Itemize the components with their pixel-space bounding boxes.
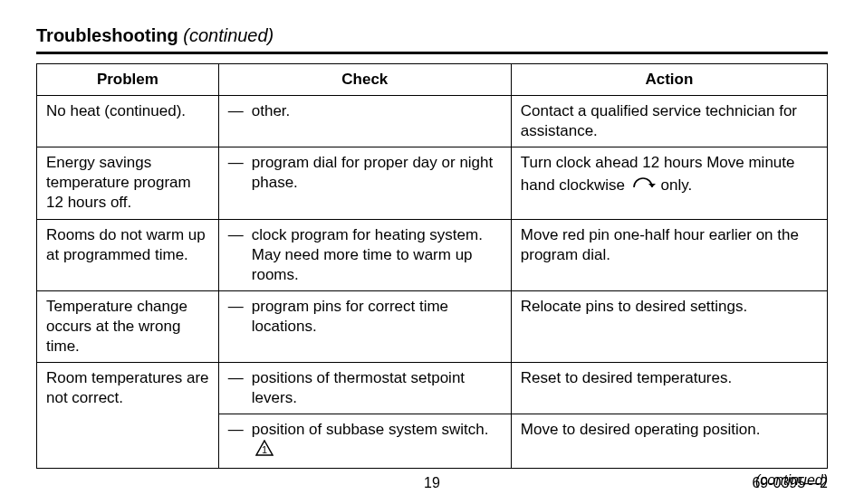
cell-problem: Energy savings temperature program 12 ho…	[37, 147, 219, 219]
dash-icon: —	[228, 153, 252, 193]
footnote-marker-icon: 1	[255, 440, 274, 461]
cell-check: — clock program for heating system. May …	[218, 219, 511, 290]
check-text: clock program for heating system. May ne…	[252, 225, 502, 285]
col-action: Action	[511, 64, 827, 96]
cell-action: Relocate pins to desired settings.	[511, 290, 827, 362]
check-text: program pins for correct time locations.	[252, 297, 502, 337]
dash-icon: —	[228, 368, 252, 408]
table-row: Temperature change occurs at the wrong t…	[37, 290, 828, 362]
svg-marker-0	[648, 184, 656, 187]
check-text: positions of thermostat setpoint levers.	[252, 368, 502, 408]
cell-problem: Temperature change occurs at the wrong t…	[37, 290, 219, 362]
title-suffix: (continued)	[183, 25, 274, 45]
table-row: No heat (continued). — other. Contact a …	[37, 96, 828, 147]
dash-icon: —	[228, 225, 252, 285]
table-row: Rooms do not warm up at programmed time.…	[37, 219, 828, 290]
cell-action: Reset to desired temperatures.	[511, 363, 827, 414]
action-text-a: Turn clock ahead 12 hours Move minute ha…	[521, 154, 795, 194]
table-row: Room temperatures are not correct. — pos…	[37, 363, 828, 414]
col-check: Check	[218, 64, 511, 96]
table-row: Energy savings temperature program 12 ho…	[37, 147, 828, 219]
page-number: 19	[0, 475, 864, 491]
cell-action: Move red pin one-half hour earlier on th…	[511, 219, 827, 290]
action-text-b: only.	[661, 176, 693, 194]
cell-action: Turn clock ahead 12 hours Move minute ha…	[511, 147, 827, 219]
check-text: program dial for proper day or night pha…	[252, 153, 502, 193]
cell-check: — position of subbase system switch. 1	[218, 414, 511, 468]
section-title: Troubleshooting (continued)	[36, 25, 828, 46]
dash-icon: —	[228, 297, 252, 337]
page-footer: 19 69-0395—2	[0, 475, 864, 491]
cell-action: Move to desired operating position.	[511, 414, 827, 468]
dash-icon: —	[228, 101, 252, 121]
check-text: other.	[252, 101, 502, 121]
cell-check: — program pins for correct time location…	[218, 290, 511, 362]
clockwise-arrow-icon	[629, 173, 657, 198]
check-text: position of subbase system switch. 1	[252, 420, 502, 461]
table-header-row: Problem Check Action	[37, 64, 828, 96]
cell-problem: No heat (continued).	[37, 96, 219, 147]
cell-problem: Room temperatures are not correct.	[37, 363, 219, 468]
title-rule	[36, 52, 828, 54]
cell-action: Contact a qualified service technician f…	[511, 96, 827, 147]
col-problem: Problem	[37, 64, 219, 96]
troubleshooting-table: Problem Check Action No heat (continued)…	[36, 63, 828, 469]
cell-check: — program dial for proper day or night p…	[218, 147, 511, 219]
marker-digit: 1	[262, 444, 267, 455]
cell-check: — other.	[218, 96, 511, 147]
dash-icon: —	[228, 420, 252, 461]
check-subtext: position of subbase system switch.	[252, 421, 489, 438]
cell-problem: Rooms do not warm up at programmed time.	[37, 219, 219, 290]
cell-check: — positions of thermostat setpoint lever…	[218, 363, 511, 414]
title-main: Troubleshooting	[36, 25, 178, 45]
